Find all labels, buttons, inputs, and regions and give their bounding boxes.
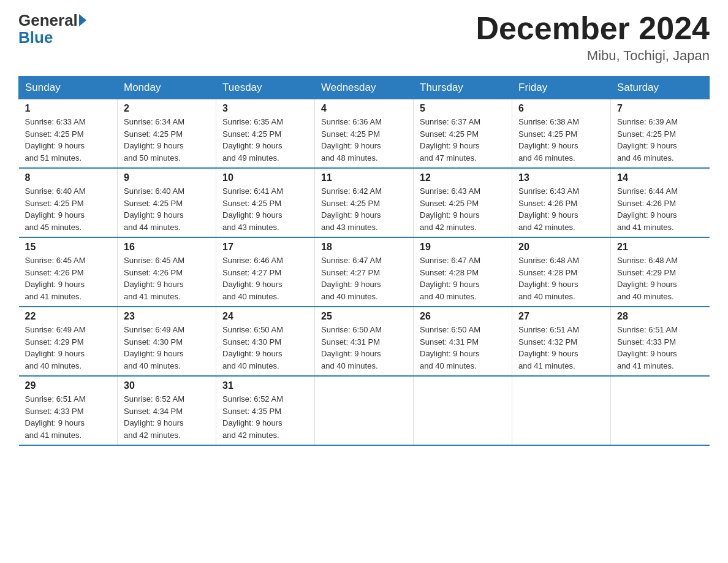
month-title: December 2024 (476, 12, 710, 44)
day-number: 10 (222, 172, 308, 183)
day-info: Sunrise: 6:49 AMSunset: 4:30 PMDaylight:… (124, 325, 184, 370)
calendar-day-cell (315, 376, 414, 445)
calendar-day-cell: 18 Sunrise: 6:47 AMSunset: 4:27 PMDaylig… (315, 237, 414, 307)
calendar-day-cell: 14 Sunrise: 6:44 AMSunset: 4:26 PMDaylig… (611, 168, 710, 237)
day-info: Sunrise: 6:45 AMSunset: 4:26 PMDaylight:… (124, 256, 184, 301)
calendar-day-cell: 8 Sunrise: 6:40 AMSunset: 4:25 PMDayligh… (19, 168, 118, 237)
day-number: 20 (518, 242, 604, 253)
day-number: 26 (420, 311, 506, 322)
calendar-week-row: 15 Sunrise: 6:45 AMSunset: 4:26 PMDaylig… (19, 237, 710, 307)
day-number: 13 (518, 172, 604, 183)
calendar-day-cell: 4 Sunrise: 6:36 AMSunset: 4:25 PMDayligh… (315, 99, 414, 169)
calendar-day-cell (414, 376, 512, 445)
calendar-day-cell: 20 Sunrise: 6:48 AMSunset: 4:28 PMDaylig… (512, 237, 611, 307)
calendar-day-cell: 26 Sunrise: 6:50 AMSunset: 4:31 PMDaylig… (414, 307, 512, 376)
calendar-table: Sunday Monday Tuesday Wednesday Thursday… (18, 76, 710, 446)
calendar-day-cell: 25 Sunrise: 6:50 AMSunset: 4:31 PMDaylig… (315, 307, 414, 376)
header-wednesday: Wednesday (315, 77, 414, 99)
calendar-week-row: 29 Sunrise: 6:51 AMSunset: 4:33 PMDaylig… (19, 376, 710, 445)
calendar-week-row: 8 Sunrise: 6:40 AMSunset: 4:25 PMDayligh… (19, 168, 710, 237)
day-info: Sunrise: 6:48 AMSunset: 4:29 PMDaylight:… (617, 256, 678, 301)
calendar-day-cell: 19 Sunrise: 6:47 AMSunset: 4:28 PMDaylig… (414, 237, 512, 307)
day-number: 1 (25, 103, 112, 114)
logo-general-text: General (18, 12, 78, 28)
day-number: 3 (222, 103, 308, 114)
calendar-day-cell: 2 Sunrise: 6:34 AMSunset: 4:25 PMDayligh… (118, 99, 216, 169)
day-number: 28 (617, 311, 703, 322)
day-number: 14 (617, 172, 703, 183)
logo-triangle-icon (79, 14, 86, 26)
day-info: Sunrise: 6:52 AMSunset: 4:35 PMDaylight:… (222, 394, 283, 440)
header-sunday: Sunday (19, 77, 118, 99)
header-thursday: Thursday (414, 77, 512, 99)
day-info: Sunrise: 6:43 AMSunset: 4:26 PMDaylight:… (518, 186, 579, 232)
day-info: Sunrise: 6:49 AMSunset: 4:29 PMDaylight:… (25, 325, 86, 370)
day-number: 22 (25, 311, 112, 322)
day-info: Sunrise: 6:50 AMSunset: 4:30 PMDaylight:… (222, 325, 283, 370)
title-area: December 2024 Mibu, Tochigi, Japan (476, 12, 710, 64)
page-header: General Blue December 2024 Mibu, Tochigi… (18, 12, 710, 64)
day-info: Sunrise: 6:43 AMSunset: 4:25 PMDaylight:… (420, 186, 480, 232)
calendar-day-cell: 1 Sunrise: 6:33 AMSunset: 4:25 PMDayligh… (19, 99, 118, 169)
day-number: 15 (25, 242, 112, 253)
day-number: 7 (617, 103, 703, 114)
calendar-day-cell: 3 Sunrise: 6:35 AMSunset: 4:25 PMDayligh… (216, 99, 315, 169)
calendar-day-cell: 17 Sunrise: 6:46 AMSunset: 4:27 PMDaylig… (216, 237, 315, 307)
day-info: Sunrise: 6:41 AMSunset: 4:25 PMDaylight:… (222, 186, 283, 232)
day-number: 25 (321, 311, 407, 322)
calendar-day-cell: 6 Sunrise: 6:38 AMSunset: 4:25 PMDayligh… (512, 99, 611, 169)
day-info: Sunrise: 6:50 AMSunset: 4:31 PMDaylight:… (420, 325, 480, 370)
day-info: Sunrise: 6:48 AMSunset: 4:28 PMDaylight:… (518, 256, 579, 301)
calendar-day-cell: 12 Sunrise: 6:43 AMSunset: 4:25 PMDaylig… (414, 168, 512, 237)
weekday-header-row: Sunday Monday Tuesday Wednesday Thursday… (19, 77, 710, 99)
day-info: Sunrise: 6:52 AMSunset: 4:34 PMDaylight:… (124, 394, 184, 440)
day-info: Sunrise: 6:50 AMSunset: 4:31 PMDaylight:… (321, 325, 382, 370)
calendar-day-cell: 13 Sunrise: 6:43 AMSunset: 4:26 PMDaylig… (512, 168, 611, 237)
day-number: 9 (124, 172, 210, 183)
calendar-day-cell: 7 Sunrise: 6:39 AMSunset: 4:25 PMDayligh… (611, 99, 710, 169)
logo: General Blue (18, 12, 88, 47)
calendar-week-row: 1 Sunrise: 6:33 AMSunset: 4:25 PMDayligh… (19, 99, 710, 169)
calendar-day-cell: 29 Sunrise: 6:51 AMSunset: 4:33 PMDaylig… (19, 376, 118, 445)
day-info: Sunrise: 6:36 AMSunset: 4:25 PMDaylight:… (321, 117, 382, 163)
day-info: Sunrise: 6:39 AMSunset: 4:25 PMDaylight:… (617, 117, 678, 163)
day-info: Sunrise: 6:51 AMSunset: 4:32 PMDaylight:… (518, 325, 579, 370)
day-number: 29 (25, 380, 112, 391)
calendar-day-cell: 28 Sunrise: 6:51 AMSunset: 4:33 PMDaylig… (611, 307, 710, 376)
header-saturday: Saturday (611, 77, 710, 99)
day-number: 12 (420, 172, 506, 183)
day-info: Sunrise: 6:44 AMSunset: 4:26 PMDaylight:… (617, 186, 678, 232)
calendar-week-row: 22 Sunrise: 6:49 AMSunset: 4:29 PMDaylig… (19, 307, 710, 376)
calendar-day-cell: 22 Sunrise: 6:49 AMSunset: 4:29 PMDaylig… (19, 307, 118, 376)
day-number: 21 (617, 242, 703, 253)
day-info: Sunrise: 6:33 AMSunset: 4:25 PMDaylight:… (25, 117, 86, 163)
day-number: 4 (321, 103, 407, 114)
calendar-day-cell: 30 Sunrise: 6:52 AMSunset: 4:34 PMDaylig… (118, 376, 216, 445)
day-number: 18 (321, 242, 407, 253)
day-number: 2 (124, 103, 210, 114)
calendar-day-cell (512, 376, 611, 445)
day-number: 30 (124, 380, 210, 391)
day-info: Sunrise: 6:47 AMSunset: 4:28 PMDaylight:… (420, 256, 480, 301)
day-info: Sunrise: 6:35 AMSunset: 4:25 PMDaylight:… (222, 117, 283, 163)
day-number: 16 (124, 242, 210, 253)
header-monday: Monday (118, 77, 216, 99)
day-info: Sunrise: 6:34 AMSunset: 4:25 PMDaylight:… (124, 117, 184, 163)
calendar-day-cell: 23 Sunrise: 6:49 AMSunset: 4:30 PMDaylig… (118, 307, 216, 376)
day-info: Sunrise: 6:40 AMSunset: 4:25 PMDaylight:… (124, 186, 184, 232)
calendar-day-cell: 21 Sunrise: 6:48 AMSunset: 4:29 PMDaylig… (611, 237, 710, 307)
calendar-day-cell: 5 Sunrise: 6:37 AMSunset: 4:25 PMDayligh… (414, 99, 512, 169)
calendar-day-cell: 31 Sunrise: 6:52 AMSunset: 4:35 PMDaylig… (216, 376, 315, 445)
day-number: 24 (222, 311, 308, 322)
location-text: Mibu, Tochigi, Japan (476, 48, 710, 64)
day-info: Sunrise: 6:42 AMSunset: 4:25 PMDaylight:… (321, 186, 382, 232)
calendar-day-cell: 11 Sunrise: 6:42 AMSunset: 4:25 PMDaylig… (315, 168, 414, 237)
day-info: Sunrise: 6:37 AMSunset: 4:25 PMDaylight:… (420, 117, 480, 163)
calendar-day-cell (611, 376, 710, 445)
day-number: 23 (124, 311, 210, 322)
day-info: Sunrise: 6:46 AMSunset: 4:27 PMDaylight:… (222, 256, 283, 301)
calendar-day-cell: 15 Sunrise: 6:45 AMSunset: 4:26 PMDaylig… (19, 237, 118, 307)
calendar-day-cell: 10 Sunrise: 6:41 AMSunset: 4:25 PMDaylig… (216, 168, 315, 237)
calendar-body: 1 Sunrise: 6:33 AMSunset: 4:25 PMDayligh… (19, 99, 710, 446)
day-number: 31 (222, 380, 308, 391)
